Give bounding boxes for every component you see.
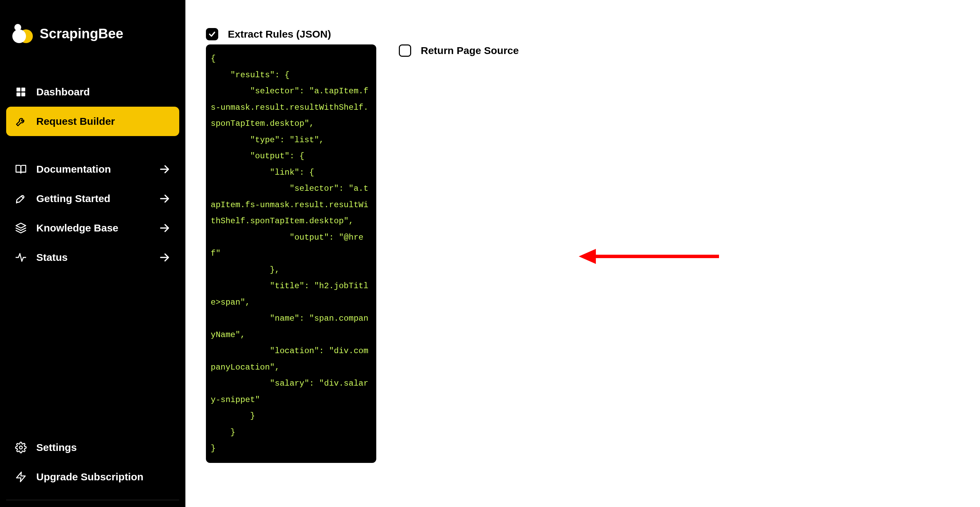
rocket-icon (15, 193, 27, 205)
arrow-right-icon (159, 164, 170, 175)
svg-point-9 (19, 446, 22, 449)
sidebar-item-label: Dashboard (36, 86, 90, 98)
svg-marker-12 (579, 249, 596, 264)
arrow-right-icon (159, 193, 170, 205)
sidebar-item-label: Request Builder (36, 116, 115, 127)
sidebar-item-documentation[interactable]: Documentation (6, 154, 179, 184)
sidebar-item-label: Status (36, 252, 68, 263)
sidebar-item-knowledge-base[interactable]: Knowledge Base (6, 213, 179, 243)
sidebar: ScrapingBee Dashboard Request Builder Do… (0, 0, 185, 507)
sidebar-item-getting-started[interactable]: Getting Started (6, 184, 179, 213)
book-icon (15, 164, 27, 175)
sidebar-item-label: Upgrade Subscription (36, 471, 143, 483)
sidebar-item-label: Knowledge Base (36, 222, 118, 234)
sidebar-item-status[interactable]: Status (6, 243, 179, 272)
sidebar-item-label: Documentation (36, 164, 111, 175)
grid-icon (15, 86, 27, 98)
gear-icon (15, 442, 27, 453)
sidebar-item-upgrade[interactable]: Upgrade Subscription (6, 462, 179, 492)
arrow-right-icon (159, 252, 170, 263)
sidebar-item-settings[interactable]: Settings (6, 433, 179, 462)
arrow-annotation (579, 246, 722, 267)
arrow-right-icon (159, 222, 170, 234)
bee-logo-icon (12, 24, 32, 43)
brand-logo[interactable]: ScrapingBee (6, 24, 179, 43)
svg-marker-6 (16, 223, 25, 228)
main-content: Extract Rules (JSON) Return Page Source … (185, 0, 980, 507)
svg-rect-3 (21, 92, 25, 96)
sidebar-item-dashboard[interactable]: Dashboard (6, 77, 179, 106)
extract-rules-checkbox[interactable] (206, 28, 218, 40)
sidebar-divider (6, 500, 179, 500)
return-source-option[interactable]: Return Page Source (399, 45, 519, 57)
return-source-checkbox[interactable] (399, 45, 411, 57)
sidebar-item-label: Settings (36, 442, 76, 453)
svg-rect-1 (21, 87, 25, 91)
activity-icon (15, 252, 27, 263)
zap-icon (15, 471, 27, 483)
svg-rect-0 (16, 87, 20, 91)
brand-name: ScrapingBee (40, 26, 124, 41)
svg-marker-10 (16, 472, 25, 482)
sidebar-item-request-builder[interactable]: Request Builder (6, 106, 179, 136)
extract-rules-option[interactable]: Extract Rules (JSON) (206, 28, 331, 40)
svg-rect-2 (16, 92, 20, 96)
return-source-label: Return Page Source (421, 45, 519, 56)
layers-icon (15, 222, 27, 234)
extract-rules-label: Extract Rules (JSON) (228, 29, 331, 40)
wrench-icon (15, 116, 27, 127)
sidebar-item-label: Getting Started (36, 193, 110, 205)
extract-rules-json-editor[interactable]: { "results": { "selector": "a.tapItem.fs… (206, 45, 376, 463)
